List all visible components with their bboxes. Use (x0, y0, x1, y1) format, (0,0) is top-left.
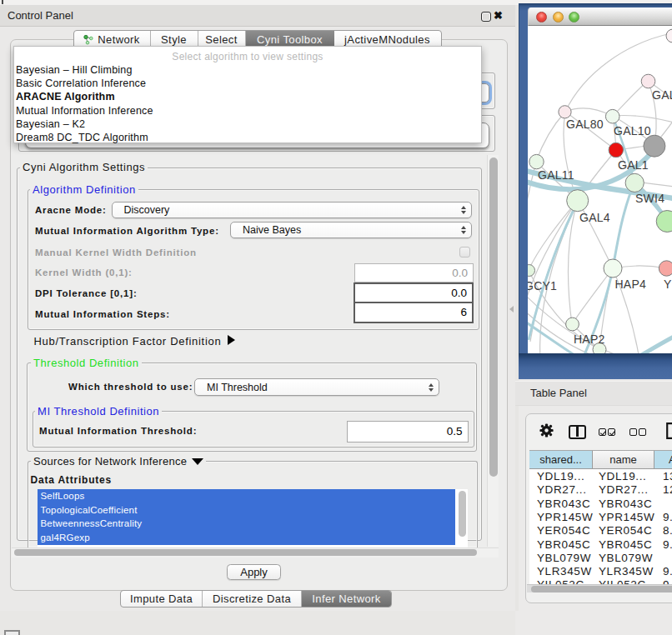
dropdown-item[interactable]: Mutual Information Inference (14, 104, 481, 118)
dropdown-item[interactable]: Bayesian – K2 (14, 118, 481, 131)
mi-algorithm-type-combo[interactable]: Naive Bayes (230, 222, 472, 238)
attribute-list-item[interactable]: SelfLoops (38, 489, 455, 503)
table-row[interactable]: YBR045CYBR045C9. (529, 538, 672, 552)
network-node-hap4[interactable] (604, 259, 622, 278)
table-header: shared...nameA (529, 450, 672, 469)
table-cell: YER054C (599, 524, 652, 538)
network-node-gal11[interactable] (529, 154, 544, 168)
minimized-window-icon[interactable] (4, 630, 20, 635)
network-edge[interactable] (565, 108, 612, 116)
control-panel-titlebar[interactable] (0, 5, 515, 27)
network-node[interactable] (644, 135, 665, 157)
table-cell: YBR045C (537, 538, 590, 552)
attribute-list-item[interactable]: TopologicalCoefficient (38, 503, 455, 518)
network-canvas[interactable]: GAL2GAL80GAL10GAL1GAL11SWI4GAL4GCY1HAP4Y… (528, 26, 672, 353)
combo-spinner-icon (456, 226, 471, 234)
attribute-list-item[interactable]: gal4RGexp (38, 531, 455, 545)
network-node-gal10[interactable] (605, 109, 619, 123)
network-node-gal4[interactable] (567, 190, 589, 212)
network-node-gal1[interactable] (609, 142, 623, 157)
which-threshold-combo[interactable]: MI Threshold (194, 378, 439, 396)
top-tick-mark (2, 0, 3, 4)
table-row[interactable]: YBL079WYBL079W (529, 552, 672, 565)
dpi-tolerance-field[interactable]: 0.0 (354, 282, 474, 303)
network-node[interactable] (666, 29, 672, 42)
settings-horizontal-scrollbar-thumb[interactable] (14, 549, 477, 556)
select-all-icon[interactable] (599, 428, 615, 436)
network-edge-highlighted[interactable] (613, 182, 634, 268)
which-threshold-label: Which threshold to use: (68, 382, 193, 392)
table-row[interactable]: YER054CYER054C8. (529, 524, 672, 538)
table-body: YDL19...YDL19...13YDR27...YDR27...12YBR0… (529, 469, 672, 584)
tab-impute-data[interactable]: Impute Data (121, 591, 203, 607)
network-node-label: GAL11 (538, 168, 574, 182)
table-row[interactable]: YPR145WYPR145W9. (529, 511, 672, 524)
network-node-label: GAL10 (614, 124, 651, 138)
mi-steps-field[interactable]: 6 (354, 303, 474, 323)
table-row[interactable]: YBR043CYBR043C (529, 498, 672, 511)
column-header-shared[interactable]: shared... (529, 451, 593, 468)
table-cell: YBR043C (599, 498, 652, 511)
table-row[interactable]: YIL052CYIL052C9. (529, 578, 672, 584)
kernel-width-field[interactable]: 0.0 (354, 263, 474, 282)
network-node-swi4[interactable] (625, 173, 644, 192)
dropdown-item[interactable]: Basic Correlation Inference (14, 77, 481, 90)
manual-kernel-checkbox[interactable] (459, 247, 470, 258)
split-pane-collapse-icon[interactable] (509, 306, 514, 312)
zoom-traffic-light-icon[interactable] (569, 12, 579, 22)
table-row[interactable]: YDR27...YDR27...12 (529, 483, 672, 497)
tab-discretize-data[interactable]: Discretize Data (203, 591, 302, 607)
collapse-arrow-icon (192, 458, 203, 465)
network-edge-highlighted[interactable] (639, 335, 672, 353)
table-cell: 8. (663, 524, 672, 538)
unselect-all-icon[interactable] (629, 428, 646, 436)
dropdown-item[interactable]: ARACNE Algorithm (14, 90, 481, 103)
mi-steps-label: Mutual Information Steps: (35, 309, 170, 319)
tab-label: Style (161, 33, 187, 46)
table-mode-icon[interactable] (569, 425, 586, 439)
table-cell: YLR345W (537, 565, 592, 578)
table-cell: YBL079W (537, 552, 591, 565)
attribute-list-item[interactable]: BetweennessCentrality (38, 517, 455, 531)
apply-button[interactable]: Apply (227, 564, 281, 580)
dropdown-item[interactable]: Dream8 DC_TDC Algorithm (14, 131, 481, 144)
network-window-titlebar[interactable] (528, 8, 672, 26)
aracne-mode-combo[interactable]: Discovery (112, 202, 472, 218)
close-traffic-light-icon[interactable] (536, 12, 547, 22)
table-cell: 13 (663, 470, 672, 483)
data-attributes-list[interactable]: SelfLoopsTopologicalCoefficientBetweenne… (38, 489, 468, 548)
dropdown-item[interactable]: Bayesian – Hill Climbing (14, 63, 481, 77)
column-header-name[interactable]: name (593, 451, 654, 468)
combo-spinner-icon (424, 383, 439, 392)
algorithm-definition-title: Algorithm Definition (30, 183, 138, 196)
network-node-gcy1[interactable] (528, 265, 535, 277)
document-icon[interactable] (666, 422, 672, 439)
close-icon[interactable]: ✖ (494, 5, 503, 27)
mi-threshold-field[interactable]: 0.5 (347, 421, 469, 442)
network-node-gal2[interactable] (641, 74, 655, 88)
table-row[interactable]: YLR345WYLR345W9. (529, 565, 672, 578)
network-node-hap2[interactable] (566, 318, 579, 331)
sources-group-title[interactable]: Sources for Network Inference (31, 455, 206, 468)
minimize-traffic-light-icon[interactable] (553, 12, 564, 22)
float-window-icon[interactable] (481, 12, 491, 22)
network-node-y[interactable] (659, 261, 672, 276)
table-panel-title: Table Panel (530, 381, 587, 406)
tab-infer-network[interactable]: Infer Network (302, 591, 391, 607)
table-horizontal-scrollbar[interactable] (527, 584, 672, 592)
expand-arrow-icon[interactable] (228, 335, 235, 345)
tab-label: jActiveMNodules (344, 33, 430, 46)
table-cell: YBR043C (537, 498, 590, 511)
table-cell: 12 (663, 483, 672, 497)
table-horizontal-scrollbar-thumb[interactable] (531, 586, 672, 592)
hub-definition-label[interactable]: Hub/Transcription Factor Definition (34, 335, 222, 348)
list-scrollbar-thumb[interactable] (459, 491, 466, 537)
network-edge[interactable] (613, 81, 648, 116)
network-node[interactable] (656, 211, 672, 232)
table-row[interactable]: YDL19...YDL19...13 (529, 470, 672, 483)
column-header-A[interactable]: A (654, 451, 672, 468)
settings-vertical-scrollbar-thumb[interactable] (489, 158, 498, 477)
gear-icon[interactable] (539, 423, 554, 438)
algorithm-dropdown-popup: Select algorithm to view settings Bayesi… (13, 46, 482, 143)
network-edge[interactable] (536, 112, 565, 162)
